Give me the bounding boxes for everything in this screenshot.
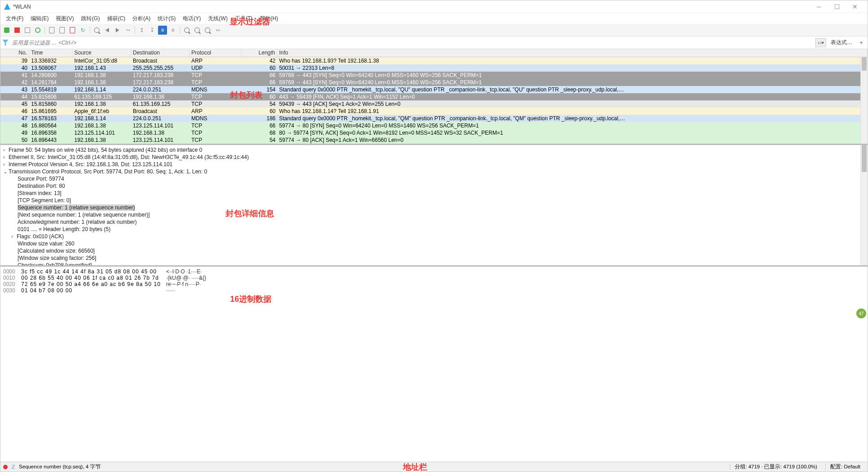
resize-columns-icon[interactable]: ⇿ (213, 26, 222, 35)
open-file-icon[interactable] (47, 26, 56, 35)
forward-icon[interactable] (113, 26, 122, 35)
table-row[interactable]: 4615.861695Apple_6f:1f:ebBroadcastARP60W… (0, 108, 868, 115)
colorize-icon[interactable]: ≡ (168, 26, 177, 35)
detail-flags: Flags: 0x010 (ACK) (17, 233, 64, 240)
menu-item-6[interactable]: 统计(S) (154, 14, 179, 23)
close-button[interactable]: ✕ (846, 0, 864, 13)
save-file-icon[interactable] (58, 26, 67, 35)
filter-icon[interactable] (2, 40, 9, 46)
annotation-status: 地址栏 (403, 462, 427, 472)
detail-seq: Sequence number: 1 (relative sequence nu… (18, 204, 135, 211)
menu-item-1[interactable]: 编辑(E) (27, 14, 52, 23)
last-packet-icon[interactable]: ↧ (148, 26, 157, 35)
detail-srcport: Source Port: 59774 (3, 176, 865, 183)
col-time[interactable]: Time (29, 49, 72, 57)
menu-item-9[interactable]: 工具(T) (231, 14, 256, 23)
hex-row[interactable]: 003001 04 b7 08 00 00······ (3, 287, 865, 294)
packet-details-pane[interactable]: 封包详细信息 ›Frame 50: 54 bytes on wire (432 … (0, 145, 868, 267)
packet-list-scrollbar[interactable] (860, 57, 868, 144)
menu-item-7[interactable]: 电话(Y) (179, 14, 204, 23)
table-row[interactable]: 3913.336932IntelCor_31:05:d8BroadcastARP… (0, 57, 868, 64)
table-row[interactable]: 4916.896358123.125.114.101192.168.1.38TC… (0, 129, 868, 136)
menu-item-4[interactable]: 捕获(C) (104, 14, 129, 23)
restart-capture-icon[interactable] (33, 26, 42, 35)
status-profile[interactable]: 配置: Default (825, 463, 865, 470)
col-source[interactable]: Source (72, 49, 131, 57)
find-icon[interactable] (92, 26, 101, 35)
maximize-button[interactable]: ☐ (828, 0, 846, 13)
hex-row[interactable]: 00003c f5 cc 49 1c 44 14 4f 8a 31 05 d8 … (3, 268, 865, 275)
detail-cwin: [Calculated window size: 66560] (3, 248, 865, 255)
expert-info-icon[interactable] (3, 465, 8, 469)
interfaces-icon[interactable] (2, 26, 11, 35)
stop-capture-icon[interactable] (23, 26, 32, 35)
packet-list-body[interactable]: 3913.336932IntelCor_31:05:d8BroadcastARP… (0, 57, 868, 144)
menu-item-0[interactable]: 文件(F) (2, 14, 27, 23)
chevron-right-icon[interactable]: › (3, 147, 9, 153)
detail-ack: Acknowledgment number: 1 (relative ack n… (3, 219, 865, 226)
filter-bookmark-icon[interactable]: ▭▾ (815, 38, 826, 47)
zoom-in-icon[interactable] (182, 26, 191, 35)
table-row[interactable]: 4816.880564192.168.1.38123.125.114.101TC… (0, 122, 868, 129)
titlebar: *WLAN ─ ☐ ✕ (0, 0, 868, 13)
table-row[interactable]: 4013.508067192.168.1.43255.255.255.255UD… (0, 64, 868, 72)
chevron-down-icon[interactable]: ⌄ (3, 168, 9, 175)
filter-bar: ▭▾ 表达式… + (0, 36, 868, 49)
reload-icon[interactable]: ↻ (78, 26, 87, 35)
add-filter-button[interactable]: + (857, 40, 866, 46)
window-title: *WLAN (13, 4, 810, 10)
details-scrollbar[interactable] (860, 145, 868, 265)
detail-wsf: [Window size scaling factor: 256] (3, 255, 865, 262)
col-dest[interactable]: Destination (131, 49, 190, 57)
minimize-button[interactable]: ─ (810, 0, 828, 13)
col-info[interactable]: Info (277, 49, 868, 57)
hex-row[interactable]: 001000 28 6b 55 40 00 40 06 1f ca c0 a8 … (3, 275, 865, 281)
hex-pane[interactable]: 16进制数据 00003c f5 cc 49 1c 44 14 4f 8a 31… (0, 267, 868, 462)
back-icon[interactable] (103, 26, 112, 35)
capture-icon[interactable]: ℤ (11, 464, 15, 470)
detail-hlen: 0101 .... = Header Length: 20 bytes (5) (3, 226, 865, 233)
statusbar: ℤ Sequence number (tcp.seq), 4 字节 地址栏 分组… (0, 462, 868, 472)
packet-list-header[interactable]: No. Time Source Destination Protocol Len… (0, 49, 868, 57)
auto-scroll-icon[interactable]: ≡ (158, 26, 167, 35)
display-filter-input[interactable] (10, 38, 814, 47)
detail-win: Window size value: 260 (3, 241, 865, 248)
hex-row[interactable]: 002072 65 e9 7e 00 50 a4 66 6e a0 ac b6 … (3, 281, 865, 287)
table-row[interactable]: 4415.81580661.135.169.125192.168.1.38TCP… (0, 93, 868, 100)
table-row[interactable]: 4214.281764192.168.1.38172.217.163.238TC… (0, 79, 868, 86)
detail-dstport: Destination Port: 80 (3, 183, 865, 190)
menu-item-5[interactable]: 分析(A) (129, 14, 154, 23)
expression-button[interactable]: 表达式… (828, 39, 855, 46)
col-no[interactable]: No. (0, 49, 29, 57)
status-packets: 分组: 4719 · 已显示: 4719 (100.0%) (730, 463, 822, 470)
menu-item-8[interactable]: 无线(W) (204, 14, 231, 23)
start-capture-icon[interactable] (13, 26, 22, 35)
annotation-hex: 16进制数据 (230, 294, 271, 304)
detail-nextseq: [Next sequence number: 1 (relative seque… (3, 212, 865, 219)
detail-eth: Ethernet II, Src: IntelCor_31:05:d8 (14:… (9, 154, 249, 160)
packet-list-pane: 封包列表 No. Time Source Destination Protoco… (0, 49, 868, 145)
chevron-right-icon[interactable]: › (11, 233, 17, 240)
menu-item-10[interactable]: 帮助(H) (256, 14, 282, 23)
first-packet-icon[interactable]: ↥ (137, 26, 146, 35)
badge-icon: 47 (856, 309, 866, 318)
chevron-right-icon[interactable]: › (3, 154, 9, 160)
col-proto[interactable]: Protocol (190, 49, 241, 57)
zoom-reset-icon[interactable] (203, 26, 212, 35)
table-row[interactable]: 4114.280600192.168.1.38172.217.163.238TC… (0, 72, 868, 79)
close-file-icon[interactable] (68, 26, 77, 35)
menubar: 文件(F)编辑(E)视图(V)跳转(G)捕获(C)分析(A)统计(S)电话(Y)… (0, 13, 868, 24)
table-row[interactable]: 4315.554819192.168.1.14224.0.0.251MDNS15… (0, 86, 868, 93)
detail-cksum: Checksum: 0xb708 [unverified] (3, 262, 865, 267)
wireshark-icon (4, 4, 10, 10)
menu-item-2[interactable]: 视图(V) (52, 14, 77, 23)
col-length[interactable]: Length (241, 49, 277, 57)
table-row[interactable]: 5016.896443192.168.1.38123.125.114.101TC… (0, 136, 868, 144)
menu-item-3[interactable]: 跳转(G) (77, 14, 103, 23)
table-row[interactable]: 4515.815860192.168.1.3861.135.169.125TCP… (0, 100, 868, 108)
zoom-out-icon[interactable] (193, 26, 202, 35)
table-row[interactable]: 4716.578163192.168.1.14224.0.0.251MDNS18… (0, 115, 868, 122)
goto-icon[interactable]: ⤳ (123, 26, 132, 35)
chevron-right-icon[interactable]: › (3, 161, 9, 168)
toolbar: ↻ ⤳ ↥ ↧ ≡ ≡ ⇿ (0, 24, 868, 36)
